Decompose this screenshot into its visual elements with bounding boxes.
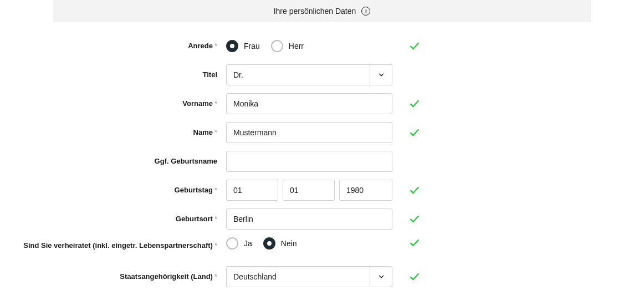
radio-verheiratet-nein[interactable] — [263, 237, 275, 250]
valid-name — [398, 127, 431, 138]
info-icon[interactable]: i — [361, 7, 370, 16]
select-staatsangehoerigkeit-value: Deutschland — [227, 272, 370, 281]
row-name: Name* — [0, 122, 644, 143]
input-name[interactable] — [226, 122, 392, 143]
input-vorname[interactable] — [226, 93, 392, 114]
personal-data-form: Anrede* Frau Herr Titel Dr. — [0, 22, 644, 287]
label-verheiratet: Sind Sie verheiratet (inkl. eingetr. Leb… — [0, 237, 226, 251]
label-anrede: Anrede* — [0, 41, 226, 51]
input-geburtsort[interactable] — [226, 208, 392, 230]
checkmark-icon — [409, 98, 420, 109]
label-titel: Titel — [0, 70, 226, 80]
chevron-down-icon — [370, 267, 392, 287]
date-group-geburtstag — [226, 180, 392, 201]
form-section-header: Ihre persönlichen Daten i — [53, 0, 591, 22]
label-geburtstag: Geburtstag* — [0, 185, 226, 195]
row-anrede: Anrede* Frau Herr — [0, 35, 644, 57]
radio-label-nein: Nein — [281, 239, 297, 248]
row-geburtsort: Geburtsort* — [0, 208, 644, 230]
checkmark-icon — [409, 127, 420, 138]
anrede-radio-group: Frau Herr — [226, 40, 310, 52]
checkmark-icon — [409, 237, 420, 248]
checkmark-icon — [409, 185, 420, 196]
chevron-down-icon — [370, 65, 392, 85]
radio-verheiratet-ja[interactable] — [226, 237, 238, 250]
input-geburtsname[interactable] — [226, 151, 392, 172]
label-vorname: Vorname* — [0, 99, 226, 109]
label-staatsangehoerigkeit: Staatsangehörigkeit (Land)* — [0, 272, 226, 282]
row-geburtsname: Ggf. Geburtsname — [0, 151, 644, 172]
verheiratet-radio-group: Ja Nein — [226, 237, 304, 250]
row-verheiratet: Sind Sie verheiratet (inkl. eingetr. Leb… — [0, 237, 644, 258]
input-geburtstag-jahr[interactable] — [339, 180, 392, 201]
checkmark-icon — [409, 40, 420, 52]
radio-label-frau: Frau — [244, 42, 260, 50]
row-titel: Titel Dr. — [0, 64, 644, 85]
radio-anrede-frau[interactable] — [226, 40, 238, 52]
section-title: Ihre persönlichen Daten — [274, 7, 356, 16]
row-geburtstag: Geburtstag* — [0, 180, 644, 201]
valid-anrede — [398, 40, 431, 52]
select-staatsangehoerigkeit[interactable]: Deutschland — [226, 266, 392, 287]
input-geburtstag-monat[interactable] — [283, 180, 335, 201]
input-geburtstag-tag[interactable] — [226, 180, 278, 201]
radio-label-ja: Ja — [244, 239, 252, 248]
checkmark-icon — [409, 271, 420, 282]
radio-anrede-herr[interactable] — [271, 40, 283, 52]
select-titel[interactable]: Dr. — [226, 64, 392, 85]
row-staatsangehoerigkeit: Staatsangehörigkeit (Land)* Deutschland — [0, 266, 644, 287]
label-geburtsort: Geburtsort* — [0, 214, 226, 224]
row-vorname: Vorname* — [0, 93, 644, 114]
radio-label-herr: Herr — [289, 42, 304, 50]
valid-geburtsort — [398, 213, 431, 225]
checkmark-icon — [409, 213, 420, 225]
valid-staatsangehoerigkeit — [398, 271, 431, 282]
valid-verheiratet — [398, 237, 431, 248]
valid-vorname — [398, 98, 431, 109]
label-name: Name* — [0, 128, 226, 138]
valid-geburtstag — [398, 185, 431, 196]
label-geburtsname: Ggf. Geburtsname — [0, 156, 226, 166]
select-titel-value: Dr. — [227, 70, 370, 79]
